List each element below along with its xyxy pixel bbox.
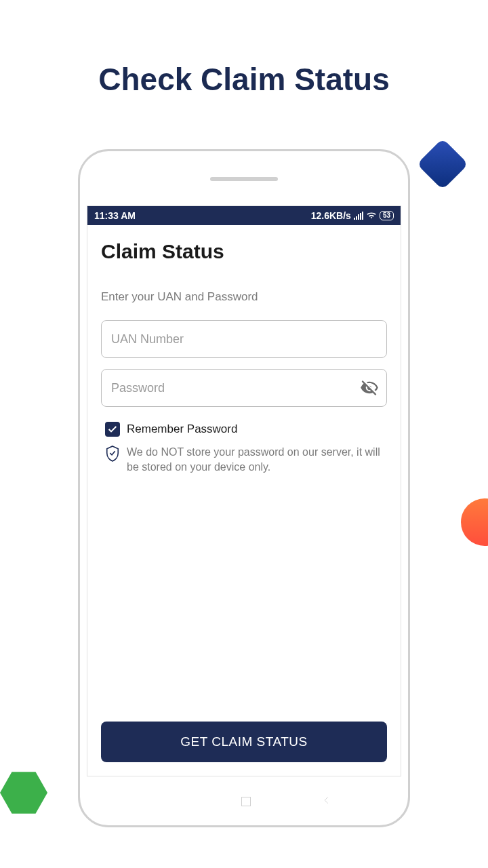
nav-home-icon[interactable] <box>241 797 251 806</box>
info-row: We do NOT store your password on our ser… <box>101 445 387 474</box>
app-content: Claim Status Enter your UAN and Password… <box>87 225 401 776</box>
password-input[interactable] <box>101 369 387 407</box>
password-wrapper <box>101 369 387 418</box>
uan-input[interactable] <box>101 320 387 358</box>
remember-label: Remember Password <box>127 422 237 436</box>
decorative-circle <box>461 498 488 546</box>
wifi-icon <box>366 210 377 221</box>
phone-speaker <box>210 177 278 181</box>
prompt-text: Enter your UAN and Password <box>101 290 387 304</box>
remember-row: Remember Password <box>101 422 387 437</box>
remember-checkbox[interactable] <box>105 422 120 437</box>
status-bar: 11:33 AM 12.6KB/s 53 <box>87 206 401 225</box>
app-title: Claim Status <box>101 240 387 263</box>
nav-back-icon[interactable] <box>322 795 331 808</box>
decorative-hexagon <box>0 772 47 814</box>
nav-recent-icon[interactable] <box>157 801 170 802</box>
signal-icon <box>354 212 363 220</box>
info-text: We do NOT store your password on our ser… <box>127 445 387 474</box>
page-title: Check Claim Status <box>0 0 488 98</box>
status-right: 12.6KB/s 53 <box>311 210 394 221</box>
phone-screen: 11:33 AM 12.6KB/s 53 Claim Status Enter … <box>87 205 401 776</box>
nav-bar <box>80 795 408 808</box>
battery-icon: 53 <box>380 211 394 220</box>
shield-check-icon <box>105 445 120 462</box>
get-claim-status-button[interactable]: GET CLAIM STATUS <box>101 722 387 762</box>
status-time: 11:33 AM <box>94 210 136 221</box>
decorative-diamond <box>417 138 468 190</box>
status-data-rate: 12.6KB/s <box>311 210 351 221</box>
visibility-off-icon[interactable] <box>360 378 379 397</box>
svg-marker-0 <box>0 772 47 814</box>
phone-frame: 11:33 AM 12.6KB/s 53 Claim Status Enter … <box>78 149 410 827</box>
